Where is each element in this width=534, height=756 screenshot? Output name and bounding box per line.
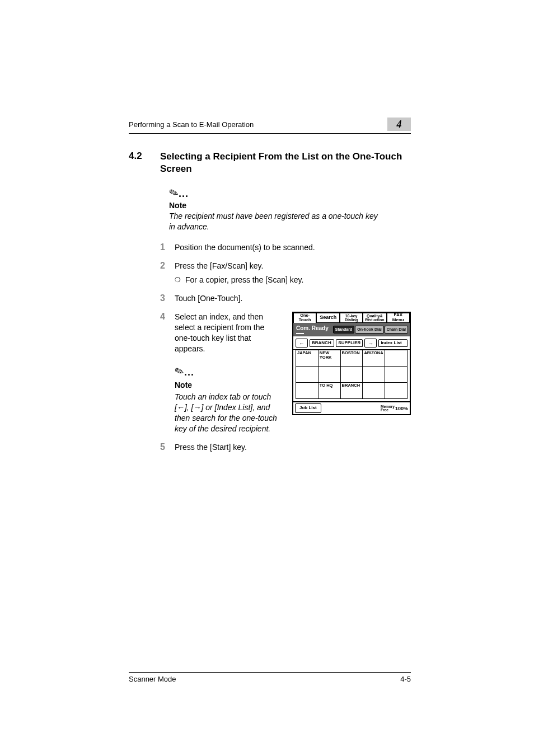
memory-free-indicator: Memory Free 100% bbox=[381, 405, 408, 412]
index-tab-supplier[interactable]: SUPPLIER bbox=[336, 339, 363, 347]
step-text: Press the [Start] key. bbox=[175, 442, 411, 453]
one-touch-key[interactable]: TO HQ bbox=[318, 383, 340, 399]
index-list-button[interactable]: Index List bbox=[378, 339, 407, 347]
footer-page-number: 4-5 bbox=[400, 675, 411, 683]
note-text: Touch an index tab or touch [←], [→] or … bbox=[175, 392, 281, 434]
step-3: 3 Touch [One-Touch]. bbox=[160, 293, 411, 304]
step-text: Position the document(s) to be scanned. bbox=[175, 242, 411, 253]
one-touch-key-empty[interactable] bbox=[318, 367, 340, 383]
tab-quality-reduction[interactable]: Quality& Reduction bbox=[363, 313, 386, 323]
step-4: 4 Select an index, and then select a rec… bbox=[160, 312, 411, 434]
note-text: The recipient must have been registered … bbox=[169, 211, 382, 232]
step-4-note: ✎... Note Touch an index tab or touch [←… bbox=[175, 364, 281, 434]
header-rule bbox=[129, 133, 411, 134]
mode-chain-dial-button[interactable]: Chain Dial bbox=[385, 326, 408, 334]
note-heading: Note bbox=[175, 380, 281, 391]
one-touch-key-empty[interactable] bbox=[385, 350, 407, 367]
step-2: 2 Press the [Fax/Scan] key. ❍ For a copi… bbox=[160, 261, 411, 285]
index-right-button[interactable]: → bbox=[364, 339, 377, 348]
one-touch-key[interactable]: JAPAN bbox=[296, 350, 318, 367]
step-text: Select an index, and then select a recip… bbox=[175, 312, 281, 354]
tab-fax-menu[interactable]: FAX Menu bbox=[387, 313, 410, 323]
step-number: 1 bbox=[160, 242, 168, 253]
one-touch-key-empty[interactable] bbox=[385, 383, 407, 399]
one-touch-key-empty[interactable] bbox=[296, 383, 318, 399]
job-list-button[interactable]: Job List bbox=[295, 403, 321, 413]
one-touch-key[interactable]: BOSTON bbox=[340, 350, 363, 367]
footer-left: Scanner Mode bbox=[129, 675, 176, 683]
tab-10key-dialing[interactable]: 10-key Dialing bbox=[340, 313, 363, 323]
step-number: 3 bbox=[160, 293, 168, 304]
step-text: Touch [One-Touch]. bbox=[175, 293, 411, 304]
index-left-button[interactable]: ← bbox=[296, 339, 308, 348]
one-touch-key[interactable]: NEW YORK bbox=[318, 350, 340, 367]
note-heading: Note bbox=[169, 201, 411, 210]
tab-search[interactable]: Search bbox=[316, 313, 339, 323]
one-touch-key[interactable]: BRANCH bbox=[340, 383, 363, 399]
status-com-ready: Com. Ready bbox=[293, 323, 333, 336]
step-5: 5 Press the [Start] key. bbox=[160, 442, 411, 453]
step-number: 5 bbox=[160, 442, 168, 453]
substep-text: For a copier, press the [Scan] key. bbox=[185, 275, 303, 285]
one-touch-key-empty[interactable] bbox=[363, 383, 385, 399]
tab-one-touch[interactable]: One-Touch bbox=[293, 313, 316, 323]
step-text: Press the [Fax/Scan] key. bbox=[175, 261, 411, 271]
top-note: ✎... Note The recipient must have been r… bbox=[169, 186, 411, 232]
step-number: 4 bbox=[160, 312, 168, 434]
one-touch-key-empty[interactable] bbox=[296, 367, 318, 383]
running-head: Performing a Scan to E-Mail Operation bbox=[129, 120, 254, 129]
one-touch-key-empty[interactable] bbox=[363, 367, 385, 383]
index-tab-branch[interactable]: BRANCH bbox=[310, 339, 334, 347]
bullet-icon: ❍ bbox=[175, 275, 181, 285]
one-touch-key-empty[interactable] bbox=[340, 367, 363, 383]
one-touch-key-empty[interactable] bbox=[385, 367, 407, 383]
mode-standard-button[interactable]: Standard bbox=[333, 326, 354, 334]
chapter-number-tab: 4 bbox=[387, 118, 411, 131]
section-title: Selecting a Recipient From the List on t… bbox=[160, 151, 411, 175]
step-1: 1 Position the document(s) to be scanned… bbox=[160, 242, 411, 253]
one-touch-screen-figure: One-Touch Search 10-key Dialing Quality&… bbox=[292, 312, 411, 415]
step-number: 2 bbox=[160, 261, 168, 285]
section-number: 4.2 bbox=[129, 151, 152, 175]
one-touch-key[interactable]: ARIZONA bbox=[363, 350, 385, 367]
mode-on-hook-dial-button[interactable]: On-hook Dial bbox=[355, 326, 384, 334]
